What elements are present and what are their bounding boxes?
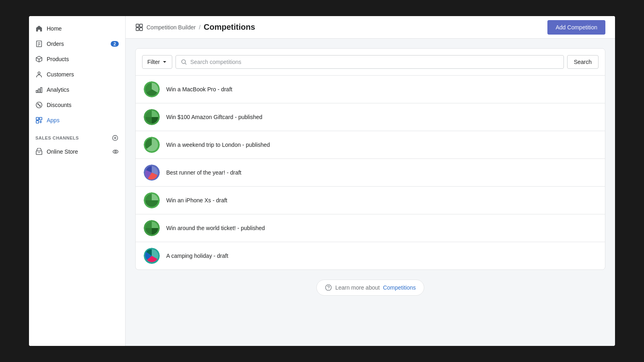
add-competition-button[interactable]: Add Competition: [547, 20, 605, 35]
search-input[interactable]: [190, 59, 559, 65]
competition-item[interactable]: Best runner of the year! - draft: [136, 159, 605, 187]
svg-rect-8: [36, 90, 38, 93]
filter-label: Filter: [147, 59, 160, 65]
svg-point-25: [113, 150, 118, 153]
main-content: Competition Builder / Competitions Add C…: [126, 16, 615, 346]
products-icon: [35, 56, 43, 63]
sidebar-item-label: Products: [47, 56, 69, 62]
store-label: Online Store: [47, 148, 78, 155]
svg-rect-16: [39, 117, 42, 120]
svg-point-26: [115, 151, 116, 152]
sidebar-item-home[interactable]: Home: [29, 21, 125, 36]
svg-rect-30: [140, 28, 142, 31]
sales-channels-section: SALES CHANNELS: [29, 128, 125, 144]
svg-rect-28: [140, 24, 142, 27]
sidebar-item-label: Customers: [47, 71, 74, 78]
sidebar-nav: Home Orders 2: [29, 21, 125, 128]
svg-rect-15: [36, 117, 39, 120]
competition-title: A camping holiday - draft: [166, 253, 228, 259]
competition-title: Win a weekend trip to London - published: [166, 142, 270, 148]
competition-avatar: [144, 109, 160, 125]
svg-line-5: [36, 58, 39, 59]
page-content: Filter Search: [126, 39, 615, 346]
svg-rect-10: [41, 88, 42, 93]
sidebar-item-orders[interactable]: Orders 2: [29, 36, 125, 51]
sidebar-item-analytics[interactable]: Analytics: [29, 82, 125, 97]
competition-item[interactable]: A camping holiday - draft: [136, 242, 605, 269]
customers-icon: [35, 71, 43, 78]
search-input-wrapper: [175, 55, 564, 69]
competition-avatar: [144, 81, 160, 97]
svg-rect-17: [36, 121, 39, 123]
competition-title: Win an iPhone Xs - draft: [166, 197, 227, 204]
sidebar-item-label: Orders: [47, 41, 64, 47]
help-icon: [325, 284, 332, 291]
help-pill: Learn more about Competitions: [316, 280, 424, 296]
svg-point-31: [182, 60, 185, 64]
competition-avatar: [144, 248, 160, 264]
search-bar: Filter Search: [136, 49, 605, 76]
sidebar-item-online-store[interactable]: Online Store: [29, 144, 125, 159]
sales-channels-label: SALES CHANNELS: [35, 136, 79, 140]
chevron-down-icon: [162, 60, 167, 64]
sidebar-item-apps[interactable]: Apps: [29, 113, 125, 128]
competition-item[interactable]: Win an iPhone Xs - draft: [136, 187, 605, 214]
competition-avatar: [144, 137, 160, 153]
competition-avatar: [144, 192, 160, 208]
competitions-list: Win a MacBook Pro - draft: [136, 76, 605, 269]
sidebar-item-products[interactable]: Products: [29, 51, 125, 67]
svg-rect-27: [136, 24, 139, 27]
svg-point-41: [328, 289, 328, 290]
sidebar-item-label: Discounts: [47, 102, 71, 108]
svg-rect-9: [38, 89, 40, 93]
help-link[interactable]: Competitions: [383, 284, 416, 291]
svg-line-32: [185, 63, 187, 65]
competition-avatar: [144, 220, 160, 236]
competition-title: Win $100 Amazon Giftcard - published: [166, 114, 262, 120]
orders-badge: 2: [111, 41, 119, 47]
search-button[interactable]: Search: [567, 55, 599, 69]
page-title: Competitions: [204, 23, 255, 32]
sidebar-item-label: Apps: [47, 117, 60, 123]
sidebar-item-label: Home: [47, 25, 62, 32]
help-footer: Learn more about Competitions: [135, 270, 605, 305]
breadcrumb-separator: /: [199, 24, 200, 31]
analytics-icon: [35, 86, 43, 93]
sidebar-item-label: Analytics: [47, 86, 69, 93]
sidebar: Home Orders 2: [29, 16, 126, 346]
competition-item[interactable]: Win $100 Amazon Giftcard - published: [136, 103, 605, 131]
sidebar-item-discounts[interactable]: Discounts: [29, 97, 125, 113]
help-text: Learn more about: [335, 284, 380, 291]
top-bar: Competition Builder / Competitions Add C…: [126, 16, 615, 39]
competition-title: Win around the world ticket! - published: [166, 225, 265, 231]
filter-button[interactable]: Filter: [142, 55, 172, 69]
competition-title: Win a MacBook Pro - draft: [166, 86, 232, 93]
breadcrumb: Competition Builder / Competitions: [135, 23, 255, 32]
search-icon: [181, 59, 187, 65]
competitions-card: Filter Search: [135, 48, 605, 270]
competition-item[interactable]: Win around the world ticket! - published: [136, 214, 605, 242]
competition-builder-icon: [135, 23, 143, 31]
app-name: Competition Builder: [147, 24, 196, 31]
svg-rect-23: [36, 151, 42, 154]
svg-rect-29: [136, 28, 139, 31]
add-sales-channel-icon[interactable]: [111, 134, 119, 142]
competition-title: Best runner of the year! - draft: [166, 169, 242, 176]
competition-avatar: [144, 165, 160, 181]
svg-line-6: [39, 58, 42, 59]
sidebar-item-customers[interactable]: Customers: [29, 67, 125, 82]
discounts-icon: [35, 101, 43, 109]
apps-icon: [35, 117, 43, 124]
orders-icon: [35, 40, 43, 47]
competition-item[interactable]: Win a weekend trip to London - published: [136, 131, 605, 159]
store-icon: [35, 148, 43, 155]
svg-point-7: [38, 72, 40, 74]
home-icon: [35, 25, 43, 32]
eye-icon[interactable]: [112, 148, 119, 155]
competition-item[interactable]: Win a MacBook Pro - draft: [136, 76, 605, 103]
